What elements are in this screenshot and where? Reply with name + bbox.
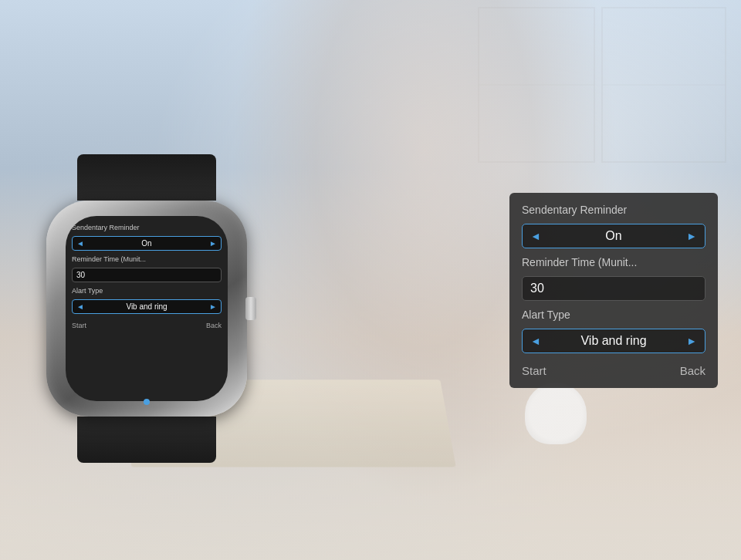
watch-right-arrow1[interactable]: ► bbox=[209, 239, 217, 248]
cup-decoration bbox=[525, 383, 587, 444]
watch-crown bbox=[245, 297, 256, 320]
panel-left-arrow1[interactable]: ◄ bbox=[530, 230, 541, 242]
panel-start-button[interactable]: Start bbox=[522, 364, 546, 377]
watch-value1: On bbox=[87, 239, 206, 248]
large-panel: Sendentary Reminder ◄ On ► Reminder Time… bbox=[509, 193, 718, 388]
panel-back-button[interactable]: Back bbox=[680, 364, 705, 377]
watch-back-button[interactable]: Back bbox=[206, 322, 222, 329]
watch-bottom-row: Start Back bbox=[72, 322, 222, 329]
watch-title3: Alart Type bbox=[72, 287, 222, 295]
panel-title3: Alart Type bbox=[522, 309, 705, 321]
watch-right-arrow3[interactable]: ► bbox=[209, 302, 217, 311]
panel-left-arrow3[interactable]: ◄ bbox=[530, 335, 541, 347]
watch: Sendentary Reminder ◄ On ► Reminder Time… bbox=[23, 154, 270, 463]
panel-input2: 30 bbox=[522, 276, 705, 301]
panel-selector1[interactable]: ◄ On ► bbox=[522, 224, 705, 248]
panel-selector3[interactable]: ◄ Vib and ring ► bbox=[522, 329, 705, 353]
watch-value3: Vib and ring bbox=[87, 302, 206, 311]
panel-value1: On bbox=[547, 229, 680, 243]
watch-left-arrow3[interactable]: ◄ bbox=[76, 302, 84, 311]
panel-right-arrow1[interactable]: ► bbox=[686, 230, 697, 242]
panel-title2: Reminder Time (Munit... bbox=[522, 256, 705, 268]
watch-title2: Reminder Time (Munit... bbox=[72, 255, 222, 263]
watch-selector3[interactable]: ◄ Vib and ring ► bbox=[72, 299, 222, 314]
watch-band-top bbox=[77, 154, 216, 201]
panel-bottom-row: Start Back bbox=[522, 364, 705, 377]
watch-band-bottom bbox=[77, 417, 216, 463]
panel-value3: Vib and ring bbox=[547, 334, 680, 348]
panel-title1: Sendentary Reminder bbox=[522, 204, 705, 216]
watch-selector1[interactable]: ◄ On ► bbox=[72, 236, 222, 251]
watch-ui: Sendentary Reminder ◄ On ► Reminder Time… bbox=[66, 216, 228, 401]
watch-left-arrow1[interactable]: ◄ bbox=[76, 239, 84, 248]
watch-case: Sendentary Reminder ◄ On ► Reminder Time… bbox=[46, 201, 247, 417]
watch-screen: Sendentary Reminder ◄ On ► Reminder Time… bbox=[66, 216, 228, 401]
panel-right-arrow3[interactable]: ► bbox=[686, 335, 697, 347]
watch-home-button[interactable] bbox=[144, 399, 150, 405]
watch-title1: Sendentary Reminder bbox=[72, 224, 222, 231]
watch-start-button[interactable]: Start bbox=[72, 322, 86, 329]
watch-input2: 30 bbox=[72, 268, 222, 282]
